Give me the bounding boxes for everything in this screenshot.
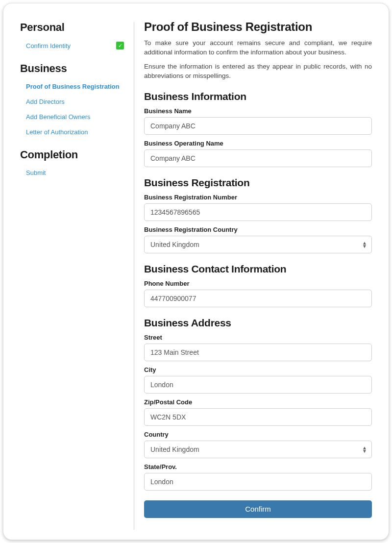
select-wrap-registration-country: United Kingdom ▲▼ [144,236,372,253]
label-state: State/Prov. [144,463,372,470]
label-country: Country [144,431,372,438]
label-zip: Zip/Postal Code [144,398,372,406]
input-street[interactable] [144,344,372,361]
sidebar-item-add-beneficial-owners[interactable]: Add Beneficial Owners [20,109,124,124]
select-address-country[interactable]: United Kingdom [144,441,372,458]
check-icon: ✓ [116,42,124,49]
input-state[interactable] [144,473,372,491]
sidebar-item-label: Add Directors [26,98,65,105]
main-content: Proof of Business Registration To make s… [134,17,372,530]
sidebar-section-personal: Personal [20,21,124,34]
label-street: Street [144,334,372,341]
sidebar-item-label: Letter of Authorization [26,128,88,136]
sidebar-item-add-directors[interactable]: Add Directors [20,94,124,109]
sidebar-item-label: Confirm Identity [26,42,71,49]
sidebar-item-proof-business-registration[interactable]: Proof of Business Registration [20,79,124,94]
confirm-button[interactable]: Confirm [144,500,372,518]
input-zip[interactable] [144,408,372,426]
sidebar-item-label: Add Beneficial Owners [26,113,91,121]
label-phone-number: Phone Number [144,280,372,287]
sidebar-item-confirm-identity[interactable]: Confirm Identity ✓ [20,38,124,53]
page-title: Proof of Business Registration [144,20,372,34]
section-business-registration: Business Registration [144,177,372,189]
sidebar-item-submit[interactable]: Submit [20,165,124,180]
label-business-operating-name: Business Operating Name [144,140,372,147]
section-business-information: Business Information [144,91,372,102]
input-business-operating-name[interactable] [144,149,372,167]
section-business-contact: Business Contact Information [144,263,372,275]
label-city: City [144,366,372,373]
sidebar: Personal Confirm Identity ✓ Business Pro… [20,17,134,530]
sidebar-item-label: Proof of Business Registration [26,83,120,90]
input-city[interactable] [144,376,372,394]
label-registration-number: Business Registration Number [144,194,372,201]
intro-paragraph-2: Ensure the information is entered as the… [144,62,372,81]
input-phone-number[interactable] [144,290,372,307]
select-registration-country[interactable]: United Kingdom [144,236,372,253]
select-wrap-address-country: United Kingdom ▲▼ [144,441,372,458]
sidebar-section-completion: Completion [20,148,124,161]
input-business-name[interactable] [144,117,372,135]
intro-paragraph-1: To make sure your account remains secure… [144,39,372,57]
sidebar-item-label: Submit [26,169,46,176]
sidebar-item-letter-of-authorization[interactable]: Letter of Authorization [20,124,124,140]
input-registration-number[interactable] [144,203,372,221]
label-registration-country: Business Registration Country [144,226,372,233]
section-business-address: Business Address [144,317,372,329]
sidebar-section-business: Business [20,62,124,75]
registration-card: Personal Confirm Identity ✓ Business Pro… [3,3,389,540]
label-business-name: Business Name [144,107,372,115]
